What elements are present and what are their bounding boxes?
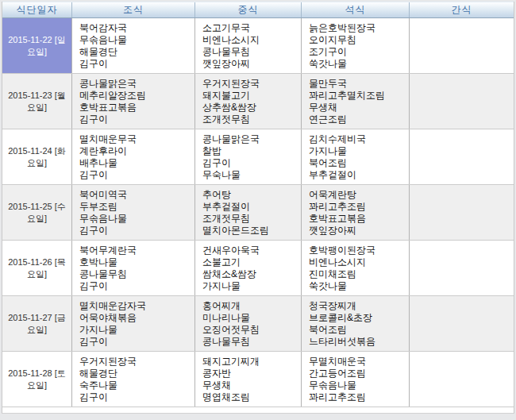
menu-item: 청국장찌개 [309, 300, 404, 312]
menu-item: 무생채 [202, 380, 296, 391]
column-header-date: 식단일자 [2, 2, 72, 17]
menu-item: 계란후라이 [79, 145, 190, 157]
snack-cell [410, 241, 514, 295]
dinner-cell: 무멸치매운국간고등어조림무솎음나물꽈리고추조림 [302, 352, 410, 407]
menu-item: 해물경단 [79, 46, 190, 58]
snack-cell [410, 129, 514, 184]
table-body: 2015-11-22 [일요일]북어감자국무솎음나물해물경단김구이소고기무국비엔… [2, 18, 514, 407]
menu-item: 미나리나물 [202, 312, 296, 324]
menu-item: 연근조림 [309, 114, 404, 125]
breakfast-cell: 북어무계란국호박나물콩나물무침김구이 [72, 241, 195, 295]
menu-item: 북어감자국 [79, 22, 190, 34]
snack-cell [410, 185, 514, 240]
menu-item: 김구이 [79, 225, 190, 237]
menu-item: 꽈리고추멸치조림 [309, 90, 404, 102]
lunch-cell: 돼지고기찌개콩자반무생채명엽채조림 [195, 352, 302, 407]
menu-item: 상추쌈&쌈장 [202, 102, 296, 114]
menu-item: 김구이 [202, 157, 296, 169]
menu-item: 무솎음나물 [79, 213, 190, 225]
table-header-row: 식단일자조식중식석식간식 [2, 2, 514, 18]
dinner-cell: 물만두국꽈리고추멸치조림무생채연근조림 [302, 74, 410, 129]
menu-item: 우거지된장국 [202, 78, 296, 90]
snack-cell [410, 18, 514, 73]
menu-item: 콩자반 [202, 368, 296, 380]
menu-item: 가지나물 [79, 324, 190, 336]
menu-item: 부추겉절이 [309, 169, 404, 181]
date-cell[interactable]: 2015-11-22 [일요일] [2, 18, 72, 73]
menu-item: 명엽채조림 [202, 391, 296, 403]
menu-item: 무생채 [309, 102, 404, 114]
meal-plan-page: 식단일자조식중식석식간식 2015-11-22 [일요일]북어감자국무솎음나물해… [0, 0, 516, 414]
meal-plan-table: 식단일자조식중식석식간식 2015-11-22 [일요일]북어감자국무솎음나물해… [2, 2, 514, 414]
date-cell[interactable]: 2015-11-28 [토요일] [2, 352, 72, 407]
table-row: 2015-11-22 [일요일]북어감자국무솎음나물해물경단김구이소고기무국비엔… [2, 18, 514, 74]
menu-item: 추어탕 [202, 189, 296, 201]
menu-item: 호박표고볶음 [79, 102, 190, 114]
menu-item: 호박표고볶음 [309, 213, 404, 225]
lunch-cell: 추어탕부추겉절이조개젓무침멸치아몬드조림 [195, 185, 302, 240]
menu-item: 콩나물맑은국 [202, 133, 296, 145]
table-row: 2015-11-26 [목요일]북어무계란국호박나물콩나물무침김구이건새우아욱국… [2, 241, 514, 296]
menu-item: 무솎음나물 [309, 380, 404, 391]
breakfast-cell: 멸치매운감자국어묵야채볶음가지나물김구이 [72, 296, 195, 351]
menu-item: 건새우아욱국 [202, 245, 296, 256]
snack-cell [410, 352, 514, 407]
menu-item: 비엔나소시지 [309, 256, 404, 268]
snack-cell [410, 296, 514, 351]
menu-item: 깻잎장아찌 [309, 225, 404, 237]
dinner-cell: 늙은호박된장국오이지무침조기구이쑥갓나물 [302, 18, 410, 73]
menu-item: 비엔나소시지 [202, 34, 296, 46]
dinner-cell: 김치수제비국가지나물북어조림부추겉절이 [302, 129, 410, 184]
menu-item: 호박팽이된장국 [309, 245, 404, 256]
menu-item: 소불고기 [202, 256, 296, 268]
breakfast-cell: 북어감자국무솎음나물해물경단김구이 [72, 18, 195, 73]
menu-item: 가지나물 [202, 280, 296, 292]
menu-item: 돼지고기찌개 [202, 356, 296, 368]
menu-item: 꽈리고추조림 [309, 201, 404, 213]
menu-item: 김구이 [79, 58, 190, 70]
table-row: 2015-11-27 [금요일]멸치매운감자국어묵야채볶음가지나물김구이홍어찌개… [2, 296, 514, 352]
menu-item: 배추나물 [79, 157, 190, 169]
menu-item: 우거지된장국 [79, 356, 190, 368]
column-header-lunch: 중식 [195, 2, 302, 17]
menu-item: 진미채조림 [309, 268, 404, 280]
table-row: 2015-11-28 [토요일]우거지된장국해물경단숙주나물김구이돼지고기찌개콩… [2, 352, 514, 407]
menu-item: 소고기무국 [202, 22, 296, 34]
menu-item: 김구이 [79, 336, 190, 348]
menu-item: 멸치매운감자국 [79, 300, 190, 312]
menu-item: 어묵야채볶음 [79, 312, 190, 324]
lunch-cell: 홍어찌개미나리나물오징어젓무침콩나물무침 [195, 296, 302, 351]
menu-item: 북어미역국 [79, 189, 190, 201]
dinner-cell: 청국장찌개브로콜리&초장북어조림느타리버섯볶음 [302, 296, 410, 351]
menu-item: 꽈리고추조림 [309, 391, 404, 403]
breakfast-cell: 멸치매운무국계란후라이배추나물김구이 [72, 129, 195, 184]
menu-item: 깻잎장아찌 [202, 58, 296, 70]
menu-item: 조기구이 [309, 46, 404, 58]
lunch-cell: 우거지된장국돼지불고기상추쌈&쌈장조개젓무침 [195, 74, 302, 129]
menu-item: 늙은호박된장국 [309, 22, 404, 34]
menu-item: 김구이 [79, 169, 190, 181]
menu-item: 무숙나물 [202, 169, 296, 181]
menu-item: 북어조림 [309, 324, 404, 336]
column-header-breakfast: 조식 [72, 2, 195, 17]
menu-item: 가지나물 [309, 145, 404, 157]
date-cell[interactable]: 2015-11-27 [금요일] [2, 296, 72, 351]
menu-item: 멸치매운무국 [79, 133, 190, 145]
lunch-cell: 건새우아욱국소불고기쌈채소&쌈장가지나물 [195, 241, 302, 295]
menu-item: 무멸치매운국 [309, 356, 404, 368]
table-row: 2015-11-23 [월요일]콩나물맑은국메추리알장조림호박표고볶음김구이우거… [2, 74, 514, 129]
date-cell[interactable]: 2015-11-23 [월요일] [2, 74, 72, 129]
date-cell[interactable]: 2015-11-25 [수요일] [2, 185, 72, 240]
date-cell[interactable]: 2015-11-26 [목요일] [2, 241, 72, 295]
menu-item: 쌈채소&쌈장 [202, 268, 296, 280]
menu-item: 멸치아몬드조림 [202, 225, 296, 237]
menu-item: 쑥갓나물 [309, 280, 404, 292]
date-cell[interactable]: 2015-11-24 [화요일] [2, 129, 72, 184]
menu-item: 어묵계란탕 [309, 189, 404, 201]
menu-item: 느타리버섯볶음 [309, 336, 404, 348]
menu-item: 쑥갓나물 [309, 58, 404, 70]
menu-item: 메추리알장조림 [79, 90, 190, 102]
menu-item: 간고등어조림 [309, 368, 404, 380]
menu-item: 김구이 [79, 280, 190, 292]
menu-item: 김구이 [79, 391, 190, 403]
